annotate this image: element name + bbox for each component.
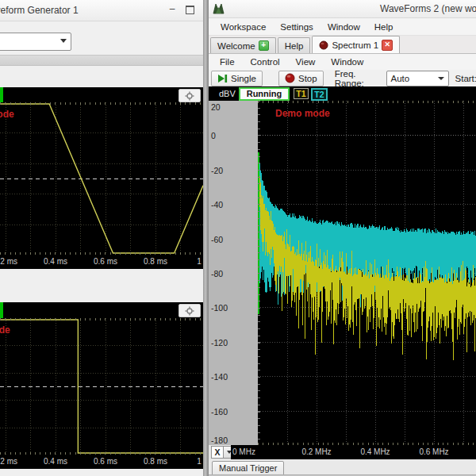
spectrum-main: 200-20-40-60-80-100-120-140-160-180 Demo… bbox=[209, 101, 476, 445]
trace1-tab[interactable]: T1 bbox=[294, 88, 309, 99]
y-tick-label: -40 bbox=[211, 200, 223, 209]
single-acquisition-icon bbox=[217, 74, 228, 83]
stop-button[interactable]: Stop bbox=[278, 71, 324, 86]
generator-window-title: Waveform Generator 1 bbox=[0, 5, 79, 16]
minimize-button[interactable]: – bbox=[165, 3, 179, 16]
demo-mode-label: Demo mode bbox=[0, 109, 14, 120]
x-axis-selector-value: X bbox=[211, 446, 224, 459]
x-tick-label: 0.4 ms bbox=[44, 257, 67, 266]
x-tick-label: 0.8 ms bbox=[144, 457, 167, 466]
demo-mode-label: Demo mode bbox=[0, 324, 10, 336]
waveforms-logo-icon bbox=[213, 2, 225, 15]
x-tick-label: 0.4 MHz bbox=[360, 447, 390, 456]
channel1-plot-header bbox=[0, 87, 203, 102]
y-tick-label: -20 bbox=[211, 166, 223, 175]
main-titlebar[interactable]: WaveForms 2 (new workspace) bbox=[209, 0, 476, 18]
stop-button-label: Stop bbox=[298, 74, 317, 83]
maximize-icon bbox=[186, 6, 194, 14]
menu-window[interactable]: Window bbox=[321, 21, 367, 33]
add-instrument-icon[interactable]: + bbox=[259, 40, 269, 51]
y-tick-label: -180 bbox=[211, 436, 228, 445]
waveforms-main-window: WaveForms 2 (new workspace) Workspace Se… bbox=[208, 0, 476, 476]
x-tick-label: 0.2 MHz bbox=[301, 447, 331, 456]
freq-range-select[interactable]: Auto bbox=[386, 71, 449, 86]
spectrum-y-axis: 200-20-40-60-80-100-120-140-160-180 bbox=[209, 101, 258, 445]
spectrum-plot[interactable]: Demo mode bbox=[258, 101, 476, 445]
tab-spectrum[interactable]: Spectrum 1 ✕ bbox=[312, 36, 400, 53]
spectrum-instrument-icon bbox=[319, 40, 328, 50]
spacer bbox=[0, 66, 203, 87]
waveform-generator-window: Waveform Generator 1 – Demo mode 0.2 ms0… bbox=[0, 0, 203, 476]
tab-welcome[interactable]: Welcome + bbox=[210, 37, 276, 53]
x-tick-label: 0.2 ms bbox=[0, 257, 17, 266]
menu-help[interactable]: Help bbox=[367, 21, 401, 33]
x-tick-label: 0.2 ms bbox=[0, 457, 17, 466]
menu-view[interactable]: View bbox=[288, 56, 324, 68]
y-tick-label: 20 bbox=[211, 102, 221, 112]
menu-workspace[interactable]: Workspace bbox=[213, 21, 273, 33]
y-tick-label: -100 bbox=[211, 303, 228, 313]
x-tick-label: 1 ms bbox=[197, 257, 203, 266]
generator-titlebar[interactable]: Waveform Generator 1 – bbox=[0, 0, 203, 21]
close-tab-icon[interactable]: ✕ bbox=[382, 40, 393, 51]
stop-icon bbox=[285, 73, 295, 83]
channel1-indicator bbox=[0, 87, 3, 102]
demo-mode-label: Demo mode bbox=[275, 108, 330, 119]
y-tick-label: -80 bbox=[211, 269, 223, 278]
main-window-title: WaveForms 2 (new workspace) bbox=[380, 3, 476, 14]
generator-mode-select[interactable] bbox=[0, 33, 71, 51]
single-button[interactable]: Single bbox=[211, 71, 263, 86]
x-tick-label: 0.6 ms bbox=[94, 457, 117, 466]
spectrum-x-axis-row: X 0 MHz0.2 MHz0.4 MHz0.6 MHz0.8 MHz bbox=[209, 445, 476, 459]
spectrum-plot-header: dBV Running T1 T2 bbox=[209, 86, 476, 101]
channel2-plot-header bbox=[0, 302, 203, 318]
channel1-settings-button[interactable] bbox=[178, 89, 201, 102]
bottom-bar: Manual Trigger bbox=[209, 459, 476, 476]
x-tick-label: 0 MHz bbox=[232, 447, 255, 456]
freq-range-label: Freq. Range: bbox=[335, 69, 378, 88]
channel2-x-axis: 0.2 ms0.4 ms0.6 ms0.8 ms1 ms bbox=[0, 455, 203, 469]
gear-icon bbox=[185, 91, 194, 101]
channel2-indicator bbox=[0, 302, 3, 318]
minor-ticks bbox=[258, 101, 260, 445]
menu-file[interactable]: File bbox=[212, 56, 243, 68]
workspace-tabbar: Welcome + Help Spectrum 1 ✕ bbox=[209, 36, 476, 54]
tab-welcome-label: Welcome bbox=[217, 41, 255, 51]
tab-help-label: Help bbox=[285, 41, 304, 51]
menu-settings[interactable]: Settings bbox=[273, 21, 321, 33]
running-status-button[interactable]: Running bbox=[239, 87, 290, 101]
x-tick-label: 0.6 MHz bbox=[419, 447, 448, 456]
spectrum-toolbar: Single Stop Freq. Range: Auto Start: bbox=[209, 70, 476, 86]
channel2-waveform-plot[interactable]: Demo mode bbox=[0, 318, 203, 455]
tab-spectrum-label: Spectrum 1 bbox=[332, 40, 378, 50]
channel1-waveform-plot[interactable]: Demo mode bbox=[0, 102, 203, 255]
start-label: Start: bbox=[455, 74, 476, 83]
tab-help[interactable]: Help bbox=[278, 37, 311, 53]
x-tick-label: 1 ms bbox=[197, 457, 203, 466]
y-tick-label: 0 bbox=[211, 131, 216, 140]
trace2-tab[interactable]: T2 bbox=[311, 88, 328, 101]
y-tick-label: -120 bbox=[211, 338, 228, 347]
single-button-label: Single bbox=[231, 74, 256, 83]
x-tick-label: 0.4 ms bbox=[44, 457, 67, 466]
minor-ticks bbox=[0, 102, 203, 105]
y-tick-label: -60 bbox=[211, 235, 223, 244]
channel1-x-axis: 0.2 ms0.4 ms0.6 ms0.8 ms1 ms bbox=[0, 255, 203, 269]
maximize-button[interactable] bbox=[182, 3, 197, 16]
menu-control[interactable]: Control bbox=[243, 56, 288, 68]
chevron-down-icon bbox=[60, 39, 67, 43]
gear-icon bbox=[185, 306, 194, 316]
chevron-down-icon bbox=[438, 77, 444, 80]
minor-ticks bbox=[0, 318, 203, 321]
minor-ticks bbox=[258, 101, 476, 103]
screen: { "left_window": { "title": "Waveform Ge… bbox=[0, 0, 476, 476]
spectrum-x-axis: 0 MHz0.2 MHz0.4 MHz0.6 MHz0.8 MHz bbox=[231, 445, 476, 459]
generator-toolbar bbox=[0, 21, 203, 55]
spacer bbox=[0, 269, 203, 302]
x-tick-label: 0.6 ms bbox=[94, 257, 117, 266]
channel2-settings-button[interactable] bbox=[178, 304, 201, 317]
y-axis-unit-label: dBV bbox=[219, 89, 236, 98]
divider bbox=[0, 55, 203, 66]
y-tick-label: -160 bbox=[211, 407, 228, 416]
menu-window2[interactable]: Window bbox=[323, 56, 371, 68]
